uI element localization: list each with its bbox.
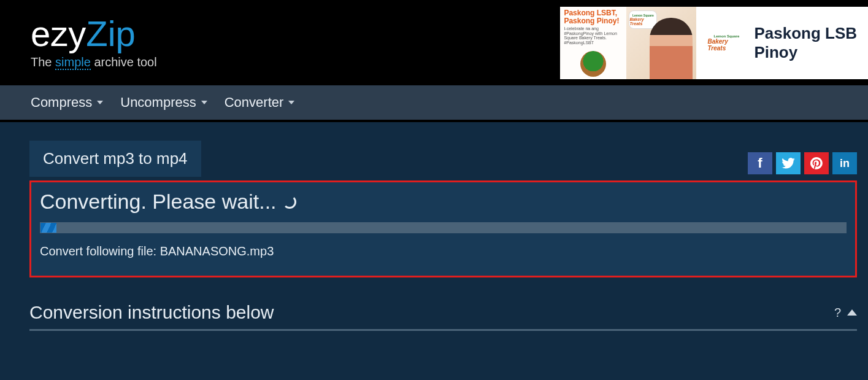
tagline-post: archive tool bbox=[91, 55, 157, 69]
navbar: Compress Uncompress Converter bbox=[0, 85, 868, 122]
instructions-header[interactable]: Conversion instructions below ? bbox=[29, 302, 857, 331]
ad-banner[interactable]: Paskong LSBT, Paskong Pinoy! I-celebrate… bbox=[560, 7, 868, 79]
ad-left-subtext: I-celebrate na ang #PaskongPinoy with Le… bbox=[564, 26, 623, 45]
chevron-down-icon bbox=[97, 101, 103, 104]
ad-right-logo: Lemon Square Bakery Treats bbox=[707, 29, 745, 56]
ad-left-panel: Paskong LSBT, Paskong Pinoy! I-celebrate… bbox=[560, 7, 626, 79]
linkedin-icon: in bbox=[840, 157, 850, 170]
chevron-down-icon bbox=[201, 101, 207, 104]
ad-person-image bbox=[650, 18, 693, 79]
nav-converter[interactable]: Converter bbox=[225, 95, 295, 111]
logo-part-zip: Zip bbox=[86, 14, 136, 53]
ad-right-text: Paskong LSB Pinoy bbox=[754, 24, 857, 62]
ad-left-title: Paskong LSBT, Paskong Pinoy! bbox=[564, 9, 623, 25]
nav-converter-label: Converter bbox=[225, 95, 284, 111]
ad-middle-panel: Lemon Square Bakery Treats bbox=[626, 7, 696, 79]
tagline-emphasis: simple bbox=[55, 55, 91, 70]
progress-bar bbox=[40, 222, 847, 233]
facebook-button[interactable]: f bbox=[748, 152, 772, 174]
social-buttons: f in bbox=[748, 152, 857, 174]
tagline-pre: The bbox=[31, 55, 55, 69]
instructions-title: Conversion instructions below bbox=[29, 302, 274, 323]
chevron-up-icon bbox=[847, 309, 857, 316]
nav-uncompress[interactable]: Uncompress bbox=[120, 95, 207, 111]
conversion-status-text: Converting. Please wait... bbox=[40, 190, 277, 214]
active-tab-label: Convert mp3 to mp4 bbox=[43, 149, 188, 168]
ad-right-line1: Paskong LSB bbox=[754, 24, 857, 43]
pinterest-icon bbox=[810, 157, 823, 169]
progress-fill bbox=[40, 223, 56, 233]
nav-uncompress-label: Uncompress bbox=[120, 95, 196, 111]
spinner-icon bbox=[283, 195, 296, 209]
twitter-icon bbox=[782, 158, 795, 169]
nav-compress-label: Compress bbox=[31, 95, 92, 111]
conversion-file-prefix: Convert following file: bbox=[40, 244, 160, 258]
conversion-file-name: BANANASONG.mp3 bbox=[160, 244, 274, 258]
pinterest-button[interactable] bbox=[804, 152, 829, 174]
ad-badge-bottom: Bakery Treats bbox=[629, 17, 656, 26]
ad-cake-icon bbox=[580, 51, 606, 77]
linkedin-button[interactable]: in bbox=[832, 152, 857, 174]
ad-right-line2: Pinoy bbox=[754, 43, 857, 62]
instructions-toggle[interactable]: ? bbox=[834, 306, 857, 320]
facebook-icon: f bbox=[758, 155, 762, 171]
logo: ezyZip bbox=[31, 16, 157, 52]
header: ezyZip The simple archive tool Paskong L… bbox=[0, 0, 868, 85]
nav-compress[interactable]: Compress bbox=[31, 95, 103, 111]
active-tab[interactable]: Convert mp3 to mp4 bbox=[29, 141, 201, 177]
logo-part-ezy: ezy bbox=[31, 14, 86, 53]
ad-badge: Lemon Square Bakery Treats bbox=[629, 10, 657, 29]
logo-block[interactable]: ezyZip The simple archive tool bbox=[31, 16, 157, 69]
help-icon: ? bbox=[834, 306, 841, 320]
content-top-row: Convert mp3 to mp4 f in bbox=[29, 141, 857, 177]
tagline: The simple archive tool bbox=[31, 55, 157, 69]
chevron-down-icon bbox=[288, 101, 294, 104]
twitter-button[interactable] bbox=[776, 152, 801, 174]
conversion-file-line: Convert following file: BANANASONG.mp3 bbox=[40, 244, 847, 258]
conversion-panel: Converting. Please wait... Convert follo… bbox=[29, 180, 857, 277]
ad-right-panel: Lemon Square Bakery Treats Paskong LSB P… bbox=[696, 7, 868, 79]
content-area: Convert mp3 to mp4 f in Converting. Plea… bbox=[0, 122, 868, 331]
conversion-status-title: Converting. Please wait... bbox=[40, 190, 847, 214]
ad-right-logo-bottom: Bakery Treats bbox=[707, 38, 745, 52]
